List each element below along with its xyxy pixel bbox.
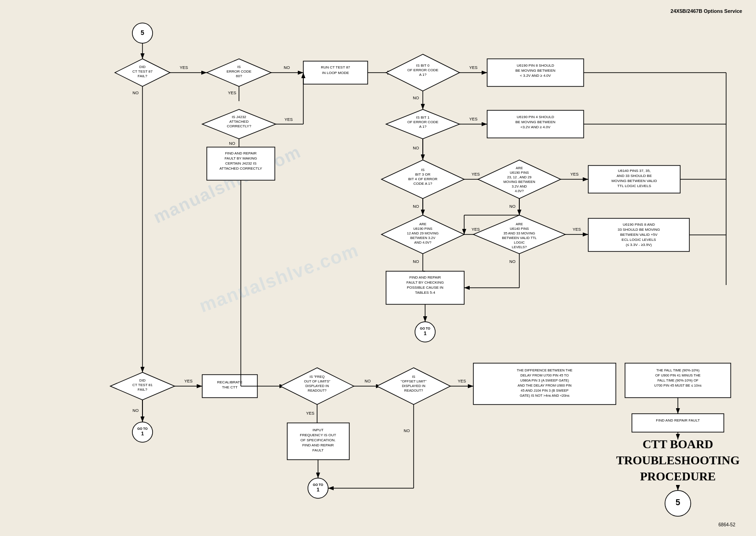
svg-text:YES: YES — [306, 411, 314, 416]
svg-text:NO: NO — [364, 379, 371, 383]
svg-text:U6190 PIN 4 SHOULD: U6190 PIN 4 SHOULD — [517, 115, 554, 119]
svg-text:GO TO: GO TO — [313, 483, 324, 486]
svg-text:MOVING BETWEEN VALID: MOVING BETWEEN VALID — [612, 179, 657, 183]
svg-text:IN LOOP MODE: IN LOOP MODE — [322, 71, 349, 75]
svg-text:DID: DID — [139, 65, 146, 69]
svg-text:5: 5 — [676, 498, 680, 507]
svg-text:U6190 PINS: U6190 PINS — [413, 227, 432, 231]
svg-text:NO: NO — [413, 259, 419, 264]
svg-text:YES: YES — [184, 379, 193, 383]
svg-text:READOUT?: READOUT? — [404, 388, 423, 393]
svg-rect-55 — [487, 110, 584, 138]
svg-text:U6140 PINS: U6140 PINS — [510, 227, 529, 231]
svg-text:GATE) IS NOT >4ns AND <20ns: GATE) IS NOT >4ns AND <20ns — [520, 393, 569, 398]
svg-text:GO TO: GO TO — [420, 327, 431, 330]
svg-text:NO: NO — [229, 141, 235, 146]
svg-text:YES: YES — [228, 91, 236, 95]
svg-text:OF ERROR CODE: OF ERROR CODE — [407, 68, 438, 72]
svg-text:U6140 PINS 37, 35,: U6140 PINS 37, 35, — [618, 169, 650, 173]
svg-text:ECL LOGIC LEVELS: ECL LOGIC LEVELS — [622, 238, 656, 242]
svg-text:CODE A 1?: CODE A 1? — [414, 182, 432, 186]
svg-text:CERTAIN J4232 IS: CERTAIN J4232 IS — [225, 161, 256, 165]
svg-text:DID: DID — [139, 378, 146, 382]
svg-text:BE MOVING BETWEEN: BE MOVING BETWEEN — [515, 68, 555, 73]
svg-text:FIND AND REPAIR FAULT: FIND AND REPAIR FAULT — [656, 418, 699, 422]
svg-text:U6190 PINS 8 AND: U6190 PINS 8 AND — [623, 222, 655, 227]
svg-text:<3.2V AND ≥ 4.0V: <3.2V AND ≥ 4.0V — [520, 125, 551, 129]
svg-text:U6190 PINS: U6190 PINS — [510, 171, 529, 175]
svg-text:BIT 4 OF ERROR: BIT 4 OF ERROR — [408, 177, 438, 181]
svg-text:YES: YES — [180, 65, 188, 70]
svg-text:MOVING BETWEEN: MOVING BETWEEN — [503, 180, 535, 184]
svg-text:BETWEEN 3.2V: BETWEEN 3.2V — [410, 236, 436, 240]
svg-text:THE FALL TIME (90%-10%): THE FALL TIME (90%-10%) — [656, 368, 699, 372]
svg-text:"OFFSET LIMIT": "OFFSET LIMIT" — [401, 379, 426, 383]
svg-text:FIND AND REPAIR: FIND AND REPAIR — [225, 151, 257, 155]
svg-text:NO: NO — [404, 428, 410, 433]
svg-text:THE CTT: THE CTT — [222, 385, 238, 389]
svg-text:GO TO: GO TO — [137, 427, 148, 430]
svg-text:THE DIFFERENCE BETWEEN THE: THE DIFFERENCE BETWEEN THE — [517, 368, 572, 372]
svg-text:LOGIC: LOGIC — [514, 240, 525, 245]
svg-text:FAIL?: FAIL? — [138, 74, 148, 78]
svg-text:YES: YES — [472, 227, 480, 232]
svg-text:(≤ 3.3V - ≥3.9V): (≤ 3.3V - ≥3.9V) — [626, 243, 652, 247]
svg-text:4.0V?: 4.0V? — [515, 189, 524, 193]
svg-text:YES: YES — [570, 172, 579, 177]
svg-text:FALL TIME (90%-10%) OF: FALL TIME (90%-10%) OF — [657, 378, 699, 382]
svg-text:DELAY FROM U700 PIN 45 TO: DELAY FROM U700 PIN 45 TO — [520, 373, 568, 377]
svg-text:DISPLAYED IN: DISPLAYED IN — [402, 384, 425, 388]
svg-text:CT TEST 81: CT TEST 81 — [132, 383, 153, 387]
svg-text:YES: YES — [469, 117, 477, 121]
svg-text:TABLES 5-4: TABLES 5-4 — [415, 291, 435, 295]
svg-text:ATTACHED: ATTACHED — [229, 120, 249, 124]
svg-text:12 AND 29 MOVING: 12 AND 29 MOVING — [407, 231, 439, 235]
svg-text:BIT 3 OR: BIT 3 OR — [415, 172, 430, 177]
svg-rect-32 — [487, 59, 584, 86]
svg-text:FREQUENCY IS OUT: FREQUENCY IS OUT — [300, 433, 336, 437]
svg-text:FAULT: FAULT — [313, 448, 324, 452]
svg-text:1: 1 — [424, 331, 426, 336]
svg-text:IS: IS — [421, 168, 425, 172]
svg-text:OUT OF LIMITS": OUT OF LIMITS" — [304, 379, 330, 383]
svg-text:YES: YES — [573, 227, 581, 232]
svg-text:POSSIBLE CAUSE IN: POSSIBLE CAUSE IN — [407, 285, 443, 290]
svg-text:NO: NO — [509, 204, 516, 209]
svg-text:3.2V AND: 3.2V AND — [512, 184, 528, 188]
svg-text:CTT BOARD: CTT BOARD — [642, 438, 713, 451]
svg-text:U700 PIN 45 MUST BE ≤ 10ns: U700 PIN 45 MUST BE ≤ 10ns — [654, 383, 702, 388]
svg-text:BE MOVING BETWEEN: BE MOVING BETWEEN — [515, 120, 555, 124]
svg-text:45 AND J104 PIN 3 (B SWEEP: 45 AND J104 PIN 3 (B SWEEP — [521, 388, 568, 393]
svg-text:OF ERROR CODE: OF ERROR CODE — [407, 120, 438, 124]
svg-text:AND THE DELAY FROM U900 PIN: AND THE DELAY FROM U900 PIN — [517, 383, 572, 388]
svg-text:ATTACHED CORRECTLY: ATTACHED CORRECTLY — [220, 166, 263, 171]
svg-text:ERROR CODE: ERROR CODE — [227, 69, 251, 74]
svg-text:NO: NO — [132, 91, 139, 95]
svg-text:ARE: ARE — [516, 222, 523, 226]
svg-text:YES: YES — [458, 379, 466, 383]
svg-text:FAIL?: FAIL? — [138, 388, 148, 392]
svg-text:BETWEEN VALID TTL: BETWEEN VALID TTL — [502, 236, 537, 240]
svg-text:RECALIBRATE: RECALIBRATE — [217, 380, 243, 384]
svg-text:AND 33 SHOULD BE: AND 33 SHOULD BE — [617, 174, 652, 178]
svg-text:FIND AND REPAIR: FIND AND REPAIR — [302, 443, 334, 447]
svg-text:YES: YES — [284, 117, 293, 122]
svg-text:OF SPECIFICATION.: OF SPECIFICATION. — [301, 438, 335, 442]
svg-text:TROUBLESHOOTING: TROUBLESHOOTING — [616, 454, 740, 467]
svg-text:BETWEEN VALID +5V: BETWEEN VALID +5V — [620, 233, 658, 237]
svg-text:FAULT BY MAKING: FAULT BY MAKING — [225, 156, 257, 160]
svg-text:TTL LOGIC LEVELS: TTL LOGIC LEVELS — [617, 184, 651, 188]
svg-text:1: 1 — [141, 431, 144, 436]
svg-text:YES: YES — [472, 172, 480, 177]
svg-text:NO: NO — [413, 96, 419, 100]
svg-text:5: 5 — [141, 29, 144, 36]
svg-text:YES: YES — [469, 65, 477, 70]
svg-text:manualshlve.com: manualshlve.com — [197, 239, 362, 316]
svg-text:60?: 60? — [236, 74, 242, 78]
svg-text:AND 4.0V?: AND 4.0V? — [414, 240, 432, 245]
svg-text:A 1?: A 1? — [419, 73, 427, 77]
svg-text:CT TEST 87: CT TEST 87 — [132, 69, 153, 74]
svg-text:IS "FREQ: IS "FREQ — [310, 375, 325, 379]
svg-text:NO: NO — [413, 204, 419, 209]
svg-text:NO: NO — [509, 259, 516, 264]
